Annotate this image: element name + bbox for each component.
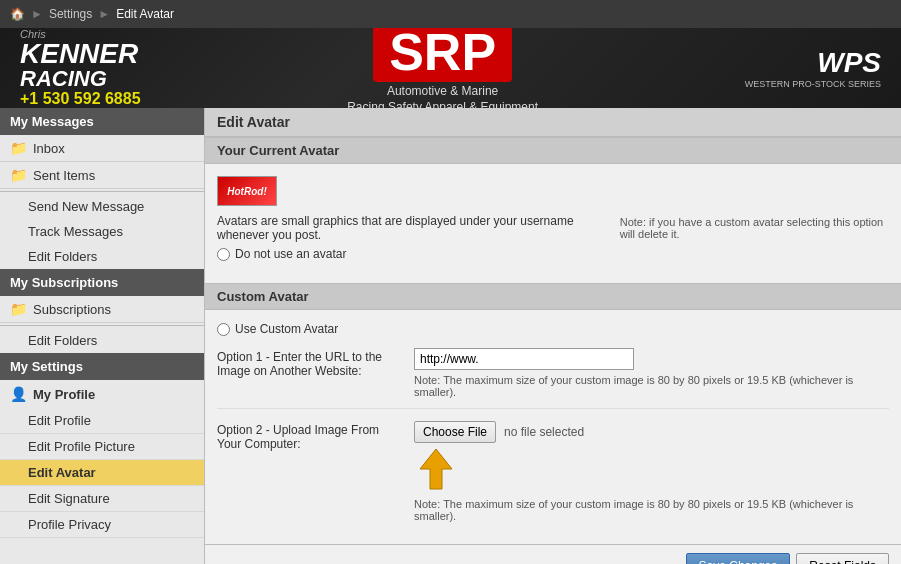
sidebar-item-sent[interactable]: 📁 Sent Items (0, 162, 204, 189)
avatar-img-text: HotRod! (227, 186, 266, 197)
wps-sub: WESTERN PRO-STOCK SERIES (745, 79, 881, 89)
sent-icon: 📁 (10, 167, 27, 183)
banner-phone: +1 530 592 6885 (20, 90, 141, 108)
inbox-icon: 📁 (10, 140, 27, 156)
sidebar-item-track-messages[interactable]: Track Messages (0, 219, 204, 244)
srp-line2: Racing Safety Apparel & Equipment (141, 100, 745, 108)
profile-icon: 👤 (10, 386, 27, 402)
option2-label: Option 2 - Upload Image From Your Comput… (217, 421, 402, 451)
option1-label: Option 1 - Enter the URL to the Image on… (217, 348, 402, 378)
sidebar: My Messages 📁 Inbox 📁 Sent Items Send Ne… (0, 108, 205, 564)
action-bar: Save Changes Reset Fields (205, 544, 901, 564)
sent-label: Sent Items (33, 168, 95, 183)
content-header: Edit Avatar (205, 108, 901, 137)
messages-header: My Messages (0, 108, 204, 135)
choose-file-button[interactable]: Choose File (414, 421, 496, 443)
home-icon[interactable]: 🏠 (10, 7, 25, 21)
svg-marker-0 (420, 449, 452, 489)
use-custom-radio[interactable] (217, 323, 230, 336)
sidebar-item-edit-profile[interactable]: Edit Profile (0, 408, 204, 434)
sidebar-item-send-message[interactable]: Send New Message (0, 194, 204, 219)
banner: Chris KENNER RACING +1 530 592 6885 SRP … (0, 28, 901, 108)
save-changes-button[interactable]: Save Changes (686, 553, 791, 564)
sidebar-item-inbox[interactable]: 📁 Inbox (0, 135, 204, 162)
sidebar-item-edit-profile-picture[interactable]: Edit Profile Picture (0, 434, 204, 460)
subscriptions-section: My Subscriptions 📁 Subscriptions Edit Fo… (0, 269, 204, 353)
srp-line1: Automotive & Marine (141, 84, 745, 98)
url-input[interactable] (414, 348, 634, 370)
breadcrumb: 🏠 ► Settings ► Edit Avatar (0, 0, 901, 28)
breadcrumb-separator: ► (31, 7, 43, 21)
sidebar-item-edit-signature[interactable]: Edit Signature (0, 486, 204, 512)
option2-control: Choose File no file selected Note: The m… (414, 421, 889, 522)
arrow-indicator (414, 447, 889, 494)
sidebar-item-edit-folders-messages[interactable]: Edit Folders (0, 244, 204, 269)
kenner-racing: RACING (20, 68, 107, 90)
sidebar-item-profile-privacy[interactable]: Profile Privacy (0, 512, 204, 538)
sidebar-item-subscriptions[interactable]: 📁 Subscriptions (0, 296, 204, 323)
breadcrumb-separator2: ► (98, 7, 110, 21)
my-profile-header[interactable]: 👤 My Profile (0, 380, 204, 408)
option2-row: Option 2 - Upload Image From Your Comput… (217, 421, 889, 532)
use-custom-label: Use Custom Avatar (235, 322, 338, 336)
url-note: Note: The maximum size of your custom im… (414, 374, 889, 398)
sidebar-item-edit-folders-subs[interactable]: Edit Folders (0, 328, 204, 353)
custom-avatar-body: Use Custom Avatar Option 1 - Enter the U… (205, 310, 901, 544)
settings-header: My Settings (0, 353, 204, 380)
sidebar-item-edit-avatar[interactable]: Edit Avatar (0, 460, 204, 486)
wps-logo: WPS (745, 47, 881, 79)
banner-srp: SRP Automotive & Marine Racing Safety Ap… (141, 28, 745, 108)
kenner-name: KENNER (20, 40, 138, 68)
current-avatar-title: Your Current Avatar (205, 137, 901, 164)
content-area: Edit Avatar Your Current Avatar HotRod! … (205, 108, 901, 564)
option1-row: Option 1 - Enter the URL to the Image on… (217, 348, 889, 409)
subscriptions-icon: 📁 (10, 301, 27, 317)
no-file-text: no file selected (504, 425, 584, 439)
no-avatar-label: Do not use an avatar (235, 247, 346, 261)
custom-avatar-title: Custom Avatar (205, 283, 901, 310)
current-page-label: Edit Avatar (116, 7, 174, 21)
option1-control: Note: The maximum size of your custom im… (414, 348, 889, 398)
settings-section: My Settings 👤 My Profile Edit Profile Ed… (0, 353, 204, 538)
current-avatar-body: HotRod! Avatars are small graphics that … (205, 164, 901, 283)
banner-right: WPS WESTERN PRO-STOCK SERIES (745, 47, 881, 89)
avatar-image: HotRod! (217, 176, 277, 206)
upload-note: Note: The maximum size of your custom im… (414, 498, 889, 522)
inbox-label: Inbox (33, 141, 65, 156)
avatar-note: Avatars are small graphics that are disp… (217, 214, 600, 242)
messages-section: My Messages 📁 Inbox 📁 Sent Items Send Ne… (0, 108, 204, 269)
subscriptions-header: My Subscriptions (0, 269, 204, 296)
no-avatar-note: Note: if you have a custom avatar select… (620, 214, 889, 240)
srp-logo: SRP (373, 28, 512, 82)
my-profile-label: My Profile (33, 387, 95, 402)
banner-kenner: Chris KENNER RACING +1 530 592 6885 (20, 28, 141, 108)
reset-fields-button[interactable]: Reset Fields (796, 553, 889, 564)
settings-link[interactable]: Settings (49, 7, 92, 21)
no-avatar-radio[interactable] (217, 248, 230, 261)
subscriptions-label: Subscriptions (33, 302, 111, 317)
